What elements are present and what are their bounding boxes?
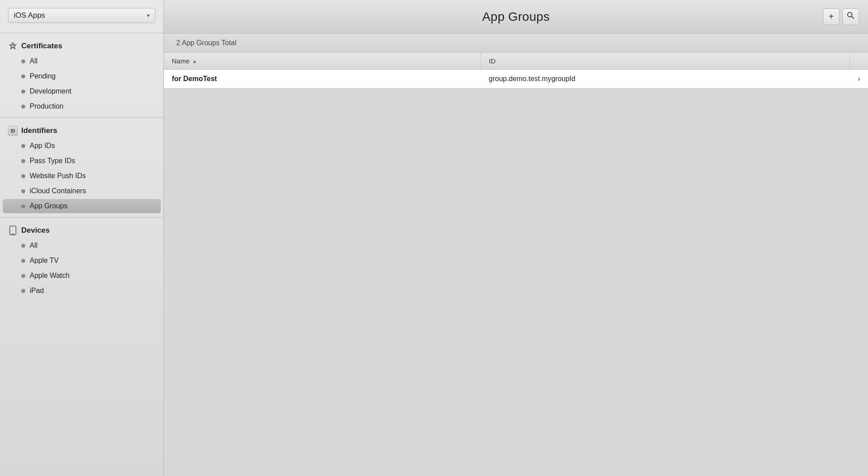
name-column-label: Name	[172, 57, 190, 65]
identifiers-icon: ID	[8, 126, 18, 136]
search-icon	[847, 12, 855, 22]
sidebar-item-label: Development	[30, 87, 71, 95]
summary-text: 2 App Groups Total	[176, 39, 236, 47]
sidebar: iOS Apps ▾ Certificates All Pending Deve…	[0, 0, 164, 476]
svg-point-3	[848, 12, 852, 17]
identifiers-section-header: ID Identifiers	[0, 121, 163, 138]
sidebar-item-label: All	[30, 57, 38, 65]
header-buttons: +	[823, 8, 859, 25]
sidebar-item-label: Website Push IDs	[30, 172, 86, 180]
app-group-name: for DemoTest	[164, 70, 481, 89]
app-groups-table: Name ▲ ID for DemoTest group.demo.tes	[164, 53, 868, 89]
sidebar-item-label: All	[30, 242, 38, 250]
summary-bar: 2 App Groups Total	[164, 34, 868, 53]
name-column-header[interactable]: Name ▲	[164, 53, 481, 70]
sidebar-item-label: App IDs	[30, 142, 55, 150]
app-group-id: group.demo.test.mygroupId	[481, 70, 850, 89]
certificates-title: Certificates	[21, 42, 62, 51]
table-header-row: Name ▲ ID	[164, 53, 868, 70]
dot-icon	[21, 259, 25, 263]
device-icon	[8, 226, 18, 235]
sidebar-item-apple-watch[interactable]: Apple Watch	[3, 269, 161, 283]
sidebar-item-production[interactable]: Production	[3, 99, 161, 113]
dot-icon	[21, 59, 25, 63]
certificates-icon	[8, 41, 18, 51]
table-container: Name ▲ ID for DemoTest group.demo.tes	[164, 53, 868, 476]
ios-apps-dropdown[interactable]: iOS Apps ▾	[8, 8, 155, 23]
sidebar-item-label: Pass Type IDs	[30, 157, 75, 165]
dot-icon	[21, 204, 25, 208]
sidebar-item-pending[interactable]: Pending	[3, 69, 161, 83]
search-button[interactable]	[842, 8, 859, 25]
sidebar-item-website-push-ids[interactable]: Website Push IDs	[3, 169, 161, 183]
svg-rect-1	[10, 226, 16, 235]
sidebar-item-label: Apple TV	[30, 257, 59, 265]
sidebar-item-icloud-containers[interactable]: iCloud Containers	[3, 184, 161, 198]
row-disclosure-icon: ›	[850, 70, 868, 89]
certificates-section-header: Certificates	[0, 37, 163, 54]
dot-icon	[21, 90, 25, 94]
sidebar-item-label: Pending	[30, 72, 56, 80]
sidebar-item-label: Apple Watch	[30, 272, 70, 280]
devices-section-header: Devices	[0, 221, 163, 238]
plus-icon: +	[829, 12, 834, 22]
sidebar-item-app-groups[interactable]: App Groups	[3, 199, 161, 213]
dot-icon	[21, 105, 25, 109]
chevron-down-icon: ▾	[147, 12, 150, 19]
sidebar-item-devices-all[interactable]: All	[3, 238, 161, 253]
sidebar-item-ipad[interactable]: iPad	[3, 284, 161, 298]
sidebar-item-label: App Groups	[30, 202, 67, 210]
sidebar-item-app-ids[interactable]: App IDs	[3, 139, 161, 153]
page-title: App Groups	[482, 10, 550, 24]
table-row[interactable]: for DemoTest group.demo.test.mygroupId ›	[164, 70, 868, 89]
dot-icon	[21, 189, 25, 193]
divider-top	[0, 33, 163, 33]
sort-arrow-icon: ▲	[192, 59, 197, 64]
sidebar-item-label: iCloud Containers	[30, 187, 86, 195]
main-header: App Groups +	[164, 0, 868, 34]
dot-icon	[21, 144, 25, 148]
sidebar-item-development[interactable]: Development	[3, 84, 161, 98]
devices-title: Devices	[21, 226, 50, 235]
add-button[interactable]: +	[823, 8, 840, 25]
id-column-header[interactable]: ID	[481, 53, 850, 70]
dot-icon	[21, 74, 25, 78]
main-content: App Groups + 2 App Groups Total	[164, 0, 868, 476]
dot-icon	[21, 274, 25, 278]
sidebar-item-certificates-all[interactable]: All	[3, 54, 161, 68]
dot-icon	[21, 174, 25, 178]
dropdown-label: iOS Apps	[14, 11, 45, 20]
id-column-label: ID	[489, 57, 496, 65]
dot-icon	[21, 159, 25, 163]
dot-icon	[21, 289, 25, 293]
sidebar-item-pass-type-ids[interactable]: Pass Type IDs	[3, 154, 161, 168]
svg-line-4	[852, 16, 854, 19]
sidebar-item-label: Production	[30, 102, 64, 110]
disclosure-column-header	[850, 53, 868, 70]
dot-icon	[21, 244, 25, 248]
svg-point-0	[12, 45, 14, 47]
sidebar-item-label: iPad	[30, 287, 44, 295]
sidebar-item-apple-tv[interactable]: Apple TV	[3, 254, 161, 268]
divider-devices	[0, 217, 163, 218]
divider-identifiers	[0, 117, 163, 118]
identifiers-title: Identifiers	[21, 126, 57, 135]
